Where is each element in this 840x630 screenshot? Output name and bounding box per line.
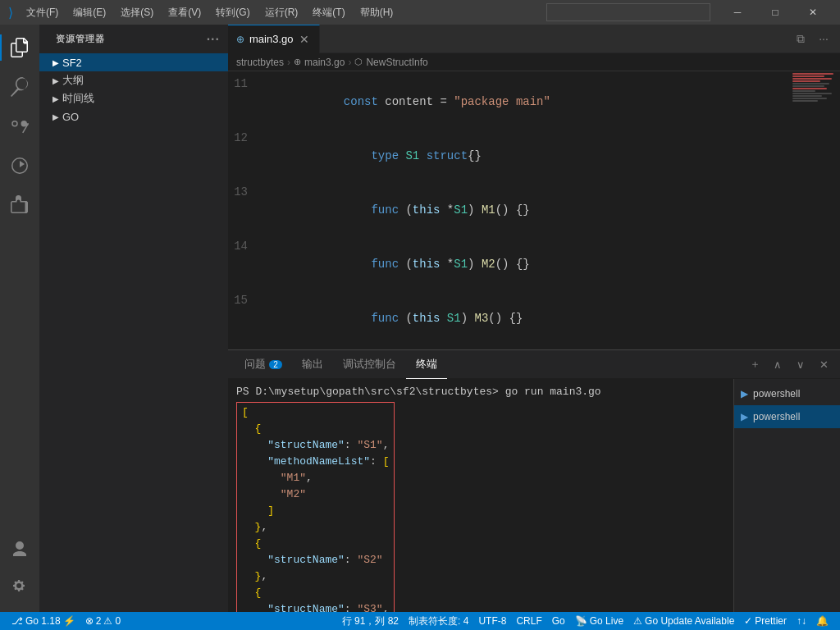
menu-help[interactable]: 帮助(H) <box>354 4 400 21</box>
main-container: 资源管理器 ··· ▶ SF2 ▶ 大纲 ▶ 时间线 ▶ GO <box>0 25 840 612</box>
panel-close-button[interactable]: ✕ <box>814 354 833 374</box>
sidebar-item-label: SF2 <box>62 57 82 69</box>
sidebar-tree: ▶ SF2 ▶ 大纲 ▶ 时间线 ▶ GO <box>39 53 228 612</box>
line-content: func (this *S1) M2() {} <box>261 237 783 291</box>
panel-chevron-down-button[interactable]: ∨ <box>791 354 810 374</box>
sidebar-more-button[interactable]: ··· <box>207 32 220 47</box>
activity-settings[interactable] <box>0 569 39 609</box>
editor-content: 11 const content = "package main" 12 typ… <box>228 71 840 349</box>
menu-view[interactable]: 查看(V) <box>162 4 208 21</box>
activity-account[interactable] <box>0 530 39 569</box>
terminal-list-item-1[interactable]: ▶ powershell <box>734 382 840 405</box>
branch-icon: ⎇ <box>11 615 23 627</box>
line-content: func (this S1) M3() {} <box>261 291 783 345</box>
warning-icon: ⚠ <box>103 615 112 627</box>
panel-tab-problems[interactable]: 问题 2 <box>235 350 292 379</box>
line-number: 13 <box>228 183 261 201</box>
sidebar-item-timeline[interactable]: ▶ 时间线 <box>39 89 228 107</box>
status-branch[interactable]: ⎇ Go 1.18 ⚡ <box>7 612 80 630</box>
tab-close-button[interactable]: ✕ <box>298 33 311 46</box>
signal-icon: 📡 <box>575 615 587 627</box>
vscode-icon: ⟩ <box>8 5 13 21</box>
menu-run[interactable]: 运行(R) <box>258 4 305 21</box>
activity-explorer[interactable] <box>0 28 39 67</box>
panel-tab-debug-console[interactable]: 调试控制台 <box>333 350 406 379</box>
status-go-update[interactable]: ⚠ Go Update Available <box>628 612 739 630</box>
breadcrumb-structbytes[interactable]: structbytes <box>236 57 284 68</box>
warning-update-icon: ⚠ <box>633 615 642 627</box>
command-palette[interactable] <box>546 3 710 21</box>
sidebar-item-outline[interactable]: ▶ 大纲 <box>39 71 228 89</box>
panel-chevron-up-button[interactable]: ∧ <box>768 354 788 374</box>
split-editor-button[interactable]: ⧉ <box>791 29 810 48</box>
status-prettier-text: Prettier <box>755 615 787 627</box>
title-bar: ⟩ 文件(F) 编辑(E) 选择(S) 查看(V) 转到(G) 运行(R) 终端… <box>0 0 840 25</box>
symbol-icon: ⬡ <box>354 57 363 67</box>
activity-extensions[interactable] <box>0 185 39 225</box>
menu-bar: 文件(F) 编辑(E) 选择(S) 查看(V) 转到(G) 运行(R) 终端(T… <box>20 4 546 21</box>
file-icon: ⊕ <box>294 57 301 67</box>
minimap-content <box>791 71 840 104</box>
breadcrumb-newstructinfo[interactable]: NewStructInfo <box>366 57 427 68</box>
activity-search[interactable] <box>0 67 39 107</box>
panel-tab-output[interactable]: 输出 <box>292 350 333 379</box>
activity-run-debug[interactable] <box>0 146 39 185</box>
panel-content: PS D:\mysetup\gopath\src\sf2\structbytes… <box>228 379 840 612</box>
status-language[interactable]: Go <box>547 612 570 630</box>
menu-edit[interactable]: 编辑(E) <box>66 4 112 21</box>
bell-icon: 🔔 <box>816 615 829 627</box>
go-file-icon: ⊕ <box>236 34 244 45</box>
status-warning-count: 0 <box>115 615 121 627</box>
panel-tab-terminal[interactable]: 终端 <box>406 350 447 379</box>
sidebar: 资源管理器 ··· ▶ SF2 ▶ 大纲 ▶ 时间线 ▶ GO <box>39 25 228 612</box>
more-actions-button[interactable]: ··· <box>814 29 833 48</box>
tab-main3go[interactable]: ⊕ main3.go ✕ <box>228 25 320 53</box>
terminal-area[interactable]: PS D:\mysetup\gopath\src\sf2\structbytes… <box>228 379 733 612</box>
menu-file[interactable]: 文件(F) <box>20 4 65 21</box>
sidebar-header: 资源管理器 ··· <box>39 25 228 53</box>
menu-select[interactable]: 选择(S) <box>114 4 160 21</box>
menu-goto[interactable]: 转到(G) <box>209 4 256 21</box>
window-controls: ─ □ ✕ <box>719 0 832 25</box>
status-go-live[interactable]: 📡 Go Live <box>570 612 628 630</box>
activity-source-control[interactable] <box>0 107 39 146</box>
breadcrumb-sep1: › <box>287 57 290 68</box>
sidebar-item-sf2[interactable]: ▶ SF2 <box>39 53 228 71</box>
status-go-version: Go 1.18 <box>25 615 61 627</box>
breadcrumb-main3go[interactable]: main3.go <box>304 57 345 68</box>
line-number: 11 <box>228 75 261 93</box>
tab-actions: ⧉ ··· <box>784 29 840 48</box>
menu-terminal[interactable]: 终端(T) <box>306 4 351 21</box>
status-position-text: 行 91，列 82 <box>342 614 399 628</box>
code-editor[interactable]: 11 const content = "package main" 12 typ… <box>228 71 791 349</box>
code-line-12: 12 type S1 struct{} <box>228 129 791 183</box>
arrow-icon: ▶ <box>52 94 59 103</box>
status-prettier[interactable]: ✓ Prettier <box>739 612 792 630</box>
sidebar-item-go[interactable]: ▶ GO <box>39 107 228 126</box>
status-eol[interactable]: CRLF <box>511 612 546 630</box>
maximize-button[interactable]: □ <box>756 0 794 25</box>
status-notifications[interactable]: 🔔 <box>811 612 833 630</box>
status-position[interactable]: 行 91，列 82 <box>337 612 404 630</box>
problems-badge: 2 <box>269 360 282 369</box>
close-button[interactable]: ✕ <box>794 0 832 25</box>
status-encoding-text: UTF-8 <box>478 615 506 627</box>
new-terminal-button[interactable]: ＋ <box>745 354 765 374</box>
terminal-icon: ▶ <box>741 388 748 399</box>
check-icon: ✓ <box>744 615 752 627</box>
line-number: 16 <box>228 345 261 349</box>
terminal-list-item-2[interactable]: ▶ powershell <box>734 405 840 428</box>
tabs-bar: ⊕ main3.go ✕ ⧉ ··· <box>228 25 840 53</box>
status-indent[interactable]: 制表符长度: 4 <box>404 612 473 630</box>
status-encoding[interactable]: UTF-8 <box>473 612 511 630</box>
sidebar-item-label: 大纲 <box>62 73 84 88</box>
arrows-icon: ↑↓ <box>797 615 806 627</box>
line-content: type S2 struct{} <box>261 345 783 349</box>
line-number: 14 <box>228 237 261 255</box>
status-sync[interactable]: ↑↓ <box>792 612 811 630</box>
status-errors[interactable]: ⊗ 2 ⚠ 0 <box>80 612 126 630</box>
minimize-button[interactable]: ─ <box>719 0 756 25</box>
arrow-icon: ▶ <box>52 58 59 67</box>
terminal-sidebar: ▶ powershell ▶ powershell <box>733 379 840 612</box>
panel-tab-label: 终端 <box>416 357 437 372</box>
